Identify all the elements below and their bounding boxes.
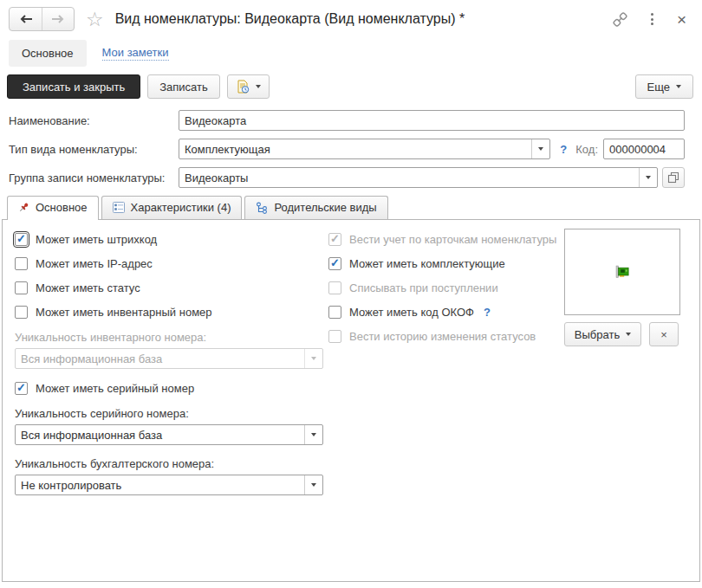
- chevron-down-icon: [626, 333, 631, 336]
- forward-icon: [51, 14, 65, 24]
- type-combobox[interactable]: Комплектующая: [179, 139, 550, 159]
- nav-my-notes[interactable]: Мои заметки: [102, 46, 169, 61]
- type-help-icon[interactable]: ?: [560, 143, 567, 156]
- tab-parent-types[interactable]: Родительские виды: [244, 196, 387, 219]
- group-dropdown-button[interactable]: [639, 168, 657, 187]
- kebab-menu-icon[interactable]: [649, 11, 655, 27]
- nav-main[interactable]: Основное: [9, 40, 87, 67]
- picture-area: Выбрать ×: [564, 229, 682, 346]
- checkbox-okof-code[interactable]: Может иметь код ОКОФ ?: [328, 300, 559, 324]
- window-header: ☆ Вид номенклатуры: Видеокарта (Вид номе…: [0, 0, 702, 31]
- panel-right-column: Вести учет по карточкам номенклатуры Мож…: [328, 227, 559, 348]
- chevron-down-icon: [676, 85, 681, 88]
- save-and-close-button[interactable]: Записать и закрыть: [7, 74, 140, 99]
- name-label: Наименование:: [9, 114, 179, 127]
- page-title: Вид номенклатуры: Видеокарта (Вид номенк…: [115, 11, 465, 27]
- group-combobox[interactable]: Видеокарты: [179, 167, 658, 188]
- more-button[interactable]: Еще: [635, 74, 693, 99]
- history-nav: [9, 7, 75, 31]
- okof-help-icon[interactable]: ?: [484, 306, 491, 319]
- toolbar: Записать и закрыть Записать Еще: [0, 74, 702, 99]
- tab-strip: Основное Характеристики (4) Родительские…: [7, 196, 702, 219]
- checkbox-inventory-number[interactable]: Может иметь инвентарный номер: [15, 300, 323, 324]
- forward-button[interactable]: [42, 8, 74, 30]
- checkbox-box[interactable]: [15, 281, 28, 294]
- checkbox-box: [328, 233, 341, 246]
- checkbox-box[interactable]: [328, 306, 341, 319]
- checkbox-writeoff-on-receipt: Списывать при поступлении: [328, 275, 559, 300]
- checkbox-serial-number[interactable]: Может иметь серийный номер: [15, 376, 323, 400]
- checkbox-status-history: Вести историю изменения статусов: [328, 324, 559, 348]
- inventory-uniqueness-combobox: Вся информационная база: [15, 348, 323, 369]
- group-open-button[interactable]: [662, 167, 685, 188]
- picture-preview: [564, 229, 680, 315]
- code-label: Код:: [575, 143, 598, 156]
- tab-panel-main: Может иметь штрихкод Может иметь IP-адре…: [2, 219, 700, 582]
- select-picture-button[interactable]: Выбрать: [564, 322, 641, 346]
- back-button[interactable]: [10, 8, 42, 30]
- type-value: Комплектующая: [179, 139, 531, 158]
- accounting-uniqueness-label: Уникальность бухгалтерского номера:: [15, 457, 323, 470]
- group-value: Видеокарты: [179, 168, 639, 187]
- back-icon: [19, 14, 33, 24]
- characteristics-icon: [113, 202, 125, 213]
- checkbox-ip-address[interactable]: Может иметь IP-адрес: [15, 251, 323, 275]
- tab-characteristics[interactable]: Характеристики (4): [101, 196, 243, 219]
- videocard-icon: [614, 265, 632, 280]
- field-row-group: Группа записи номенклатуры: Видеокарты: [9, 167, 685, 188]
- field-row-type: Тип вида номенклатуры: Комплектующая ? К…: [9, 139, 685, 159]
- form-fields: Наименование: Тип вида номенклатуры: Ком…: [0, 110, 702, 188]
- code-input[interactable]: [603, 139, 685, 159]
- checkbox-box[interactable]: [328, 257, 341, 270]
- type-dropdown-button[interactable]: [531, 139, 549, 158]
- dropdown-button[interactable]: [304, 475, 322, 494]
- clear-picture-button[interactable]: ×: [649, 322, 679, 346]
- dropdown-button: [304, 349, 322, 368]
- type-label: Тип вида номенклатуры:: [9, 143, 179, 156]
- hierarchy-icon: [256, 202, 268, 214]
- checkbox-box[interactable]: [15, 257, 28, 270]
- window-controls: ×: [613, 11, 686, 28]
- favorite-star-icon[interactable]: ☆: [86, 10, 104, 29]
- dropdown-button[interactable]: [304, 425, 322, 444]
- checkbox-barcode[interactable]: Может иметь штрихкод: [15, 227, 323, 251]
- accounting-uniqueness-combobox[interactable]: Не контролировать: [15, 475, 323, 495]
- checkbox-components[interactable]: Может иметь комплектующие: [328, 251, 559, 275]
- serial-uniqueness-combobox[interactable]: Вся информационная база: [15, 424, 323, 445]
- field-row-name: Наименование:: [9, 110, 685, 131]
- inventory-uniqueness-label: Уникальность инвентарного номера:: [15, 331, 323, 344]
- save-button[interactable]: Записать: [147, 74, 220, 99]
- open-icon: [667, 171, 679, 184]
- checkbox-status[interactable]: Может иметь статус: [15, 275, 323, 300]
- checkbox-box[interactable]: [15, 382, 28, 395]
- serial-uniqueness-label: Уникальность серийного номера:: [15, 407, 323, 420]
- checkbox-box[interactable]: [15, 233, 28, 246]
- form-nav: Основное Мои заметки: [0, 40, 702, 67]
- checkbox-card-accounting: Вести учет по карточкам номенклатуры: [328, 227, 559, 251]
- checkbox-box[interactable]: [15, 306, 28, 319]
- close-icon[interactable]: ×: [677, 11, 686, 28]
- picture-buttons: Выбрать ×: [564, 322, 682, 346]
- write-dated-dropdown-button[interactable]: [227, 74, 270, 99]
- name-input[interactable]: [179, 110, 685, 131]
- panel-left-column: Может иметь штрихкод Может иметь IP-адре…: [15, 227, 323, 495]
- link-icon[interactable]: [613, 12, 627, 27]
- checkbox-box: [328, 281, 341, 294]
- group-label: Группа записи номенклатуры:: [9, 171, 179, 184]
- chevron-down-icon: [256, 85, 261, 88]
- pushpin-icon: [18, 202, 29, 213]
- write-dated-icon: [236, 80, 250, 94]
- tab-main[interactable]: Основное: [7, 196, 99, 220]
- checkbox-box: [328, 330, 341, 343]
